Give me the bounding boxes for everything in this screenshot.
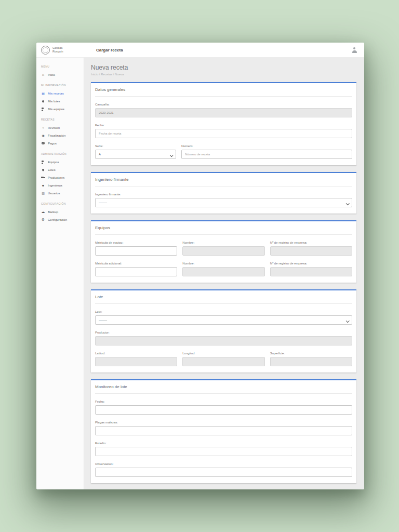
campana-label: Campaña: (95, 103, 352, 106)
card-title: Monitoreo de lote (95, 384, 352, 394)
sidebar-item-inicio[interactable]: Inicio (36, 71, 84, 78)
logo-emblem-icon (41, 46, 50, 55)
sidebar-item-lotes[interactable]: Lotes (36, 166, 84, 174)
gear-icon (41, 218, 45, 222)
plagas-malezas-input[interactable] (95, 426, 352, 435)
lote-label: Lote: (95, 310, 352, 313)
sidebar-item-label: Mis equipos (48, 108, 64, 111)
page-title: Nueva receta (91, 64, 356, 71)
cloud-icon (41, 210, 45, 214)
card-ingeniero-firmante: Ingeniero firmante Ingeniero firmante: -… (91, 172, 356, 214)
lote-value: -------- (99, 318, 107, 322)
pin-icon (41, 168, 45, 172)
sidebar-item-mis-recetas[interactable]: Mis recetas (36, 89, 84, 97)
card-title: Datos generales (95, 87, 352, 97)
sidebar-item-label: Mis lotes (48, 100, 60, 103)
chevron-down-icon (170, 153, 173, 156)
sidebar-item-equipos[interactable]: Equipos (36, 158, 84, 166)
sidebar-item-label: Productores (48, 176, 64, 179)
latitud-input[interactable] (95, 357, 177, 366)
sidebar-item-label: Equipos (48, 161, 59, 164)
chevron-down-icon (346, 202, 349, 205)
card-title: Lote (95, 295, 352, 304)
campana-input[interactable] (95, 108, 352, 117)
sidebar-item-label: Lotes (48, 168, 56, 171)
sidebar-item-pagos[interactable]: Pagos (36, 139, 84, 147)
sidebar-item-usuarios[interactable]: Usuarios (36, 189, 84, 197)
longitud-label: Longitud: (182, 352, 264, 355)
circle-outline-icon (41, 126, 45, 130)
sidebar-item-label: Inicio (48, 73, 55, 76)
sidebar-item-mis-equipos[interactable]: Mis equipos (36, 105, 84, 113)
sidebar-item-label: Pagos (48, 142, 57, 145)
breadcrumb[interactable]: Inicio / Recetas / Nueva (91, 73, 356, 76)
sidebar-item-ingenieros[interactable]: Ingenieros (36, 181, 84, 189)
nombre-input[interactable] (182, 246, 264, 256)
latitud-label: Latitud: (95, 352, 177, 355)
home-icon (41, 73, 45, 77)
sidebar-item-backup[interactable]: Backup (36, 208, 84, 216)
sidebar-section-configuracion: CONFIGURACIÓN (36, 202, 84, 205)
sidebar-section-administracion: ADMINISTRACIÓN (36, 152, 84, 155)
sidebar-item-productores[interactable]: Productores (36, 174, 84, 181)
ingeniero-firmante-select[interactable]: -------- (95, 198, 352, 207)
matricula-equipo-input[interactable] (95, 246, 177, 256)
user-avatar-icon[interactable] (351, 47, 357, 53)
estadio-label: Estadio: (95, 442, 352, 445)
observacion-label: Observacion: (95, 462, 352, 466)
observacion-input[interactable] (95, 468, 352, 477)
longitud-input[interactable] (182, 357, 264, 366)
fecha-input[interactable] (95, 129, 352, 138)
sidebar: MENU Inicio MI INFORMACIÓN Mis recetas M… (36, 58, 84, 489)
numero-label: Numero: (181, 144, 352, 148)
matricula-adicional-label: Matrícula adicional: (95, 262, 177, 265)
registro-empresa-input[interactable] (270, 246, 352, 256)
nombre-label: Nombre: (182, 262, 264, 265)
ingeniero-firmante-value: -------- (99, 201, 107, 204)
matricula-equipo-label: Matrícula de equipo: (95, 241, 177, 244)
ingeniero-firmante-label: Ingeniero firmante: (95, 193, 352, 196)
sidebar-item-label: Mis recetas (48, 92, 64, 95)
person-circle-icon (41, 183, 45, 188)
pin-icon (41, 99, 45, 103)
sidebar-item-mis-lotes[interactable]: Mis lotes (36, 97, 84, 105)
logo-line1: Cañada (52, 46, 62, 49)
fecha-label: Fecha: (95, 124, 352, 127)
monitoreo-fecha-input[interactable] (95, 405, 352, 415)
logo-text: Cañada Rosquín (52, 46, 63, 54)
superficie-input[interactable] (270, 357, 352, 366)
topbar: Cañada Rosquín Cargar receta (36, 43, 364, 58)
sidebar-item-label: Fiscalización (48, 134, 65, 137)
card-title: Equipos (95, 225, 352, 235)
nombre-adicional-input[interactable] (182, 267, 264, 276)
estadio-input[interactable] (95, 447, 352, 456)
chevron-down-icon (346, 319, 349, 322)
card-equipos: Equipos Matrícula de equipo: Nombre: Nº … (91, 220, 356, 283)
sidebar-item-configuracion[interactable]: Configuración (36, 216, 84, 223)
matricula-adicional-input[interactable] (95, 267, 177, 276)
registro-empresa-adicional-input[interactable] (270, 267, 352, 276)
monitoreo-fecha-label: Fecha: (95, 400, 352, 403)
nombre-label: Nombre: (182, 241, 264, 244)
productor-input[interactable] (95, 336, 352, 345)
card-lote: Lote Lote: -------- Productor: Latitud: … (91, 289, 356, 373)
serie-label: Serie: (95, 144, 176, 148)
check-circle-icon (41, 141, 45, 145)
sidebar-item-label: Revisión (48, 126, 60, 129)
sidebar-section-recetas: RECETAS (36, 118, 84, 121)
tractor-icon (41, 160, 45, 164)
sidebar-section-menu: MENU (36, 65, 84, 68)
tractor-icon (41, 107, 45, 111)
contacts-icon (41, 191, 45, 195)
truck-icon (41, 176, 45, 180)
numero-input[interactable] (181, 150, 352, 159)
registro-empresa-label: Nº de registro de empresa: (270, 262, 352, 265)
serie-select[interactable]: A (95, 150, 176, 159)
list-icon (41, 91, 45, 96)
plagas-malezas-label: Plagas malezas: (95, 421, 352, 424)
sidebar-section-mi-informacion: MI INFORMACIÓN (36, 84, 84, 87)
lote-select[interactable]: -------- (95, 315, 352, 325)
sidebar-item-revision[interactable]: Revisión (36, 124, 84, 131)
sidebar-item-fiscalizacion[interactable]: Fiscalización (36, 131, 84, 139)
sidebar-item-label: Backup (48, 210, 58, 214)
